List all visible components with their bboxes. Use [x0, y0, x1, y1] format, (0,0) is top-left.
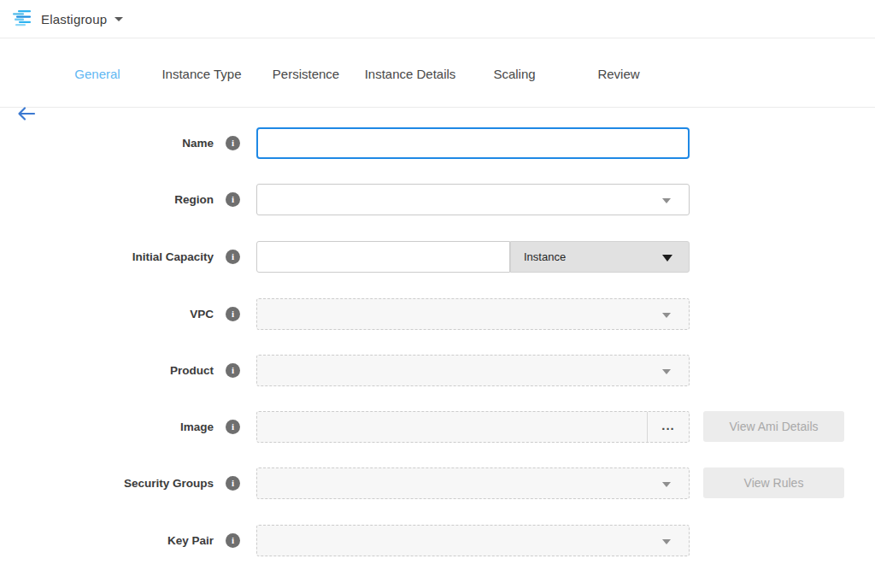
form-row-initial-capacity: Initial Capacity i Instance — [0, 241, 875, 273]
key-pair-select — [256, 525, 690, 556]
tab-instance-type[interactable]: Instance Type — [150, 67, 254, 81]
chevron-down-icon — [662, 482, 671, 487]
form-row-product: Product i — [0, 355, 875, 386]
form-row-security-groups: Security Groups i View Rules — [0, 467, 875, 499]
view-ami-details-button: View Ami Details — [703, 411, 844, 442]
form-row-region: Region i — [0, 184, 875, 215]
security-groups-select — [256, 467, 690, 499]
key-pair-label: Key Pair — [0, 525, 214, 556]
app-switcher-label[interactable]: Elastigroup — [41, 12, 107, 26]
info-icon[interactable]: i — [226, 250, 240, 264]
chevron-down-icon — [662, 369, 671, 374]
region-label: Region — [0, 184, 214, 215]
product-select — [256, 355, 690, 386]
name-input[interactable] — [256, 127, 690, 159]
chevron-down-icon — [662, 539, 671, 544]
info-icon[interactable]: i — [226, 476, 240, 491]
name-label: Name — [0, 127, 214, 159]
product-label: Product — [0, 355, 214, 386]
info-icon[interactable]: i — [226, 363, 240, 378]
chevron-down-icon — [662, 198, 671, 203]
vpc-select — [256, 298, 690, 330]
form-row-image: Image i ... View Ami Details — [0, 411, 875, 443]
tab-general[interactable]: General — [45, 67, 150, 81]
browse-ellipsis-icon: ... — [648, 412, 689, 442]
image-label: Image — [0, 411, 214, 443]
security-groups-label: Security Groups — [0, 467, 214, 499]
tab-scaling[interactable]: Scaling — [462, 67, 567, 81]
form-row-vpc: VPC i — [0, 298, 875, 330]
wizard-tab-bar: General Instance Type Persistence Instan… — [0, 39, 875, 108]
region-select[interactable] — [256, 184, 690, 215]
vpc-label: VPC — [0, 298, 214, 330]
form-row-key-pair: Key Pair i — [0, 525, 875, 556]
capacity-unit-value: Instance — [524, 242, 566, 272]
initial-capacity-input[interactable] — [256, 241, 510, 273]
info-icon[interactable]: i — [226, 136, 240, 150]
wizard-tabs: General Instance Type Persistence Instan… — [45, 39, 671, 108]
info-icon[interactable]: i — [226, 533, 240, 548]
tab-persistence[interactable]: Persistence — [254, 67, 358, 81]
elastigroup-logo-icon — [13, 10, 33, 27]
top-bar: Elastigroup — [0, 0, 875, 38]
chevron-down-icon — [662, 313, 671, 318]
initial-capacity-label: Initial Capacity — [0, 241, 214, 273]
info-icon[interactable]: i — [226, 307, 240, 321]
app-switcher-caret-icon[interactable] — [115, 17, 123, 21]
capacity-unit-select[interactable]: Instance — [510, 241, 690, 273]
chevron-down-icon — [662, 255, 672, 262]
tab-review[interactable]: Review — [567, 67, 671, 81]
back-arrow-icon[interactable] — [17, 106, 36, 121]
info-icon[interactable]: i — [226, 192, 240, 207]
form-row-name: Name i — [0, 127, 875, 159]
view-rules-button: View Rules — [703, 467, 844, 498]
tab-instance-details[interactable]: Instance Details — [358, 67, 462, 81]
info-icon[interactable]: i — [226, 420, 240, 434]
image-picker: ... — [256, 411, 690, 443]
